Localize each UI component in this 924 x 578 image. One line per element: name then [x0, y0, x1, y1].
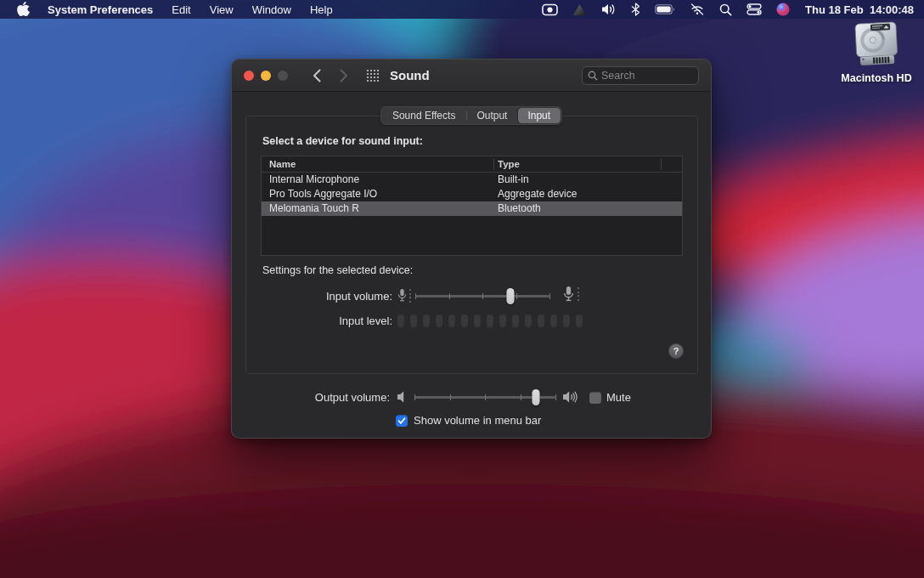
level-segment — [436, 314, 442, 327]
table-row-melomania-touch-r[interactable]: Melomania Touch R Bluetooth — [262, 201, 682, 216]
settings-caption: Settings for the selected device: — [262, 264, 413, 276]
forward-button[interactable] — [334, 65, 354, 86]
tab-input[interactable]: Input — [517, 108, 561, 123]
level-segment — [397, 314, 404, 327]
tab-output[interactable]: Output — [466, 108, 517, 123]
cell-type: Built-in — [498, 173, 529, 187]
level-segment — [474, 314, 481, 327]
device-table-header: Name Type — [262, 156, 682, 173]
level-segment — [576, 314, 583, 327]
title-bar[interactable]: Sound — [232, 60, 711, 92]
wifi-off-icon[interactable] — [690, 3, 705, 15]
mic-low-icon — [397, 288, 407, 306]
apple-menu[interactable] — [10, 2, 38, 17]
tab-sound-effects[interactable]: Sound Effects — [382, 108, 466, 123]
level-segment — [550, 314, 557, 327]
menu-item-help[interactable]: Help — [301, 3, 342, 16]
help-button[interactable]: ? — [668, 343, 684, 359]
cell-name: Internal Microphone — [269, 173, 359, 187]
output-volume-label: Output volume: — [244, 391, 390, 404]
input-volume-slider[interactable] — [415, 287, 549, 304]
search-input[interactable] — [601, 70, 693, 82]
menu-item-window[interactable]: Window — [243, 3, 301, 16]
chevron-right-icon — [340, 69, 348, 82]
level-segment — [461, 314, 468, 327]
search-field[interactable] — [582, 66, 699, 85]
mic-low-dots — [409, 289, 411, 303]
sound-preferences-window: Sound Sound Effects Output Input Select … — [231, 59, 712, 439]
mic-high-icon — [563, 286, 574, 306]
input-level-label: Input level: — [246, 314, 392, 327]
table-row-internal-microphone[interactable]: Internal Microphone Built-in — [262, 173, 682, 187]
cell-name: Melomania Touch R — [269, 201, 359, 216]
level-segment — [448, 314, 455, 327]
spotlight-icon[interactable] — [719, 3, 732, 16]
siri-icon[interactable] — [776, 3, 790, 16]
tab-bar: Sound Effects Output Input — [380, 106, 562, 125]
level-segment — [512, 314, 519, 327]
speaker-high-icon — [562, 391, 579, 406]
desktop-icon-macintosh-hd[interactable]: Macintosh HD — [837, 21, 916, 84]
input-volume-label: Input volume: — [246, 290, 392, 303]
control-center-icon[interactable] — [747, 3, 762, 15]
device-table: Name Type Internal Microphone Built-in P… — [261, 156, 683, 256]
show-volume-control: Show volume in menu bar — [396, 414, 541, 427]
triangle-app-icon[interactable] — [572, 3, 587, 16]
table-row-pro-tools-aggregate[interactable]: Pro Tools Aggregate I/O Aggregate device — [262, 187, 682, 201]
level-segment — [525, 314, 532, 327]
show-volume-label: Show volume in menu bar — [414, 414, 541, 427]
mic-high-dots — [578, 287, 579, 301]
level-segment — [423, 314, 430, 327]
level-segment — [499, 314, 506, 327]
column-header-name[interactable]: Name — [269, 159, 296, 169]
apple-icon — [17, 2, 30, 17]
minimize-button[interactable] — [261, 71, 271, 81]
device-table-caption: Select a device for sound input: — [262, 135, 423, 147]
mute-label: Mute — [606, 391, 631, 404]
traffic-lights — [244, 71, 288, 81]
bluetooth-icon[interactable] — [631, 3, 640, 16]
close-button[interactable] — [244, 71, 254, 81]
menu-clock[interactable]: Thu 18 Feb 14:00:48 — [805, 3, 914, 16]
menu-item-app-name[interactable]: System Preferences — [38, 3, 162, 16]
level-segment — [538, 314, 544, 327]
column-divider[interactable] — [493, 158, 494, 170]
column-divider[interactable] — [661, 158, 662, 170]
search-icon — [588, 71, 598, 81]
cell-type: Bluetooth — [498, 201, 541, 216]
column-header-type[interactable]: Type — [498, 159, 520, 169]
desktop-icon-label: Macintosh HD — [841, 72, 911, 84]
cell-type: Aggregate device — [498, 187, 577, 201]
chevron-left-icon — [313, 69, 321, 82]
hard-drive-icon — [848, 21, 904, 69]
level-segment — [410, 314, 417, 327]
menu-item-view[interactable]: View — [200, 3, 243, 16]
show-volume-checkbox[interactable] — [396, 415, 408, 427]
battery-icon[interactable] — [655, 4, 675, 14]
menu-bar: System Preferences Edit View Window Help — [0, 0, 924, 19]
volume-icon[interactable] — [601, 3, 617, 15]
input-level-meter — [397, 314, 583, 327]
window-title: Sound — [390, 68, 430, 82]
speaker-low-icon — [397, 391, 408, 406]
menu-item-edit[interactable]: Edit — [162, 3, 200, 16]
input-volume-thumb[interactable] — [507, 288, 515, 304]
output-volume-thumb[interactable] — [532, 389, 539, 405]
mute-control: Mute — [589, 391, 631, 404]
screen-mirroring-icon[interactable] — [542, 3, 558, 16]
check-icon — [397, 416, 406, 425]
grid-icon — [366, 69, 380, 82]
mute-checkbox[interactable] — [589, 392, 601, 404]
show-all-button[interactable] — [366, 69, 380, 82]
level-segment — [563, 314, 570, 327]
level-segment — [487, 314, 493, 327]
menu-status-area — [542, 3, 790, 16]
output-volume-slider[interactable] — [414, 388, 555, 405]
cell-name: Pro Tools Aggregate I/O — [269, 187, 377, 201]
zoom-button-disabled — [278, 71, 288, 81]
input-pane: Select a device for sound input: Name Ty… — [245, 116, 698, 374]
back-button[interactable] — [307, 65, 327, 86]
